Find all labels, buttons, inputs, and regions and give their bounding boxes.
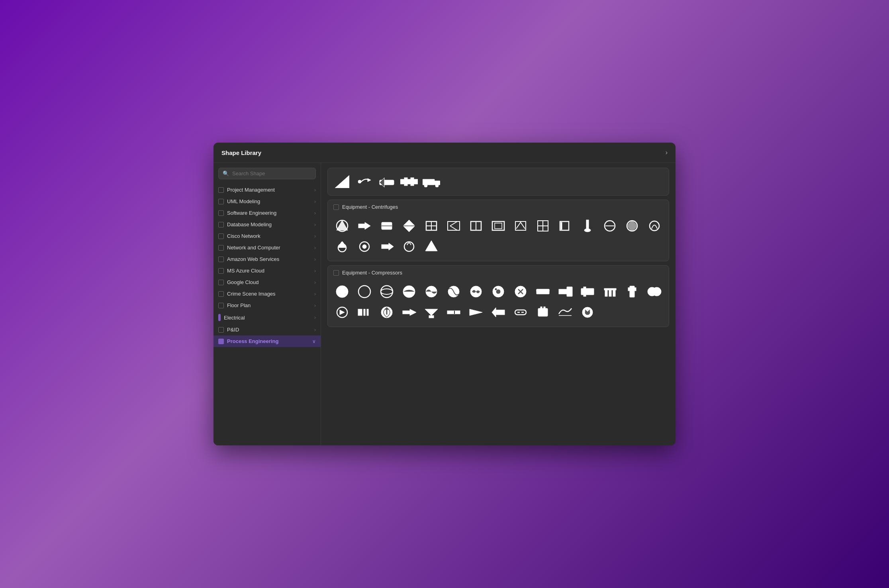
sidebar-checkbox[interactable]: [218, 199, 224, 204]
svg-rect-5: [400, 179, 418, 184]
sidebar-item-process-engineering[interactable]: Process Engineering∨: [213, 335, 321, 347]
shape-item[interactable]: [421, 237, 442, 256]
shape-item[interactable]: [399, 172, 419, 191]
sidebar-item-google-cloud[interactable]: Google Cloud›: [213, 276, 321, 288]
shape-item[interactable]: [466, 303, 486, 322]
compressors-checkbox[interactable]: [333, 270, 339, 276]
shape-item[interactable]: [555, 303, 576, 322]
shape-item[interactable]: [376, 282, 397, 301]
sidebar-checkbox[interactable]: [218, 245, 224, 251]
sidebar-item-crime-scene-images[interactable]: Crime Scene Images›: [213, 288, 321, 300]
shape-item[interactable]: [376, 237, 397, 256]
shape-item[interactable]: [577, 282, 598, 301]
centrifuges-header: Equipment - Centrifuges: [328, 200, 669, 214]
sidebar-checkbox[interactable]: [218, 280, 224, 285]
search-box[interactable]: 🔍: [218, 168, 316, 179]
shape-item[interactable]: [488, 303, 509, 322]
shape-item[interactable]: [421, 303, 442, 322]
shape-item[interactable]: [332, 237, 352, 256]
sidebar-checkbox[interactable]: [218, 327, 224, 333]
shape-item[interactable]: [354, 237, 375, 256]
svg-rect-66: [604, 288, 616, 290]
svg-rect-41: [382, 245, 389, 249]
shape-item[interactable]: [555, 282, 576, 301]
shape-item[interactable]: [466, 282, 486, 301]
shape-item[interactable]: [599, 216, 620, 235]
svg-point-48: [381, 289, 393, 294]
shape-item[interactable]: [599, 282, 620, 301]
svg-point-10: [424, 184, 427, 187]
sidebar-item-cisco-network[interactable]: Cisco Network›: [213, 230, 321, 242]
shape-item[interactable]: [332, 282, 352, 301]
shape-item[interactable]: [376, 303, 397, 322]
shape-item[interactable]: [421, 216, 442, 235]
shape-item[interactable]: [622, 282, 642, 301]
shape-item[interactable]: [399, 216, 419, 235]
sidebar-checkbox[interactable]: [218, 222, 224, 227]
shape-item[interactable]: [622, 216, 642, 235]
sidebar-checkbox[interactable]: [218, 339, 224, 344]
sidebar-chevron-icon: ›: [314, 233, 316, 239]
shape-item[interactable]: [533, 282, 553, 301]
sidebar-item-floor-plan[interactable]: Floor Plan›: [213, 300, 321, 311]
sidebar-checkbox[interactable]: [218, 233, 224, 239]
shape-item[interactable]: [644, 282, 665, 301]
shape-item[interactable]: [332, 303, 352, 322]
sidebar-checkbox[interactable]: [218, 210, 224, 216]
sidebar-item-electrical[interactable]: Electrical›: [213, 311, 321, 324]
sidebar-item-label: Amazon Web Services: [227, 256, 311, 262]
search-input[interactable]: [232, 171, 311, 176]
svg-point-55: [495, 288, 497, 290]
shape-item[interactable]: [421, 282, 442, 301]
sidebar-item-database-modeling[interactable]: Database Modeling›: [213, 219, 321, 230]
shape-item[interactable]: [354, 282, 375, 301]
shape-item[interactable]: [466, 216, 486, 235]
shape-item[interactable]: [376, 216, 397, 235]
shape-item[interactable]: [354, 303, 375, 322]
shape-item[interactable]: [443, 282, 464, 301]
centrifuges-checkbox[interactable]: [333, 204, 339, 210]
sidebar-checkbox[interactable]: [218, 268, 224, 274]
shape-item[interactable]: [510, 282, 531, 301]
svg-point-37: [650, 221, 659, 231]
sidebar-item-amazon-web-services[interactable]: Amazon Web Services›: [213, 253, 321, 265]
sidebar-item-label: P&ID: [227, 327, 311, 333]
shape-item[interactable]: [399, 237, 419, 256]
sidebar-checkbox[interactable]: [218, 257, 224, 262]
svg-marker-77: [410, 309, 416, 316]
shape-item[interactable]: [488, 216, 509, 235]
shape-item[interactable]: [644, 216, 665, 235]
svg-rect-6: [404, 178, 407, 186]
sidebar-item-uml-modeling[interactable]: UML Modeling›: [213, 196, 321, 207]
shape-item[interactable]: [421, 172, 442, 191]
sidebar-item-network-computer[interactable]: Network and Computer›: [213, 242, 321, 253]
shape-item[interactable]: [332, 216, 352, 235]
shape-item[interactable]: [510, 303, 531, 322]
shape-item[interactable]: [488, 282, 509, 301]
shape-item[interactable]: [577, 216, 598, 235]
shape-item[interactable]: [399, 282, 419, 301]
shape-item[interactable]: [533, 303, 553, 322]
svg-rect-68: [628, 288, 636, 291]
shape-item[interactable]: [376, 172, 397, 191]
sidebar-item-software-engineering[interactable]: Software Engineering›: [213, 207, 321, 219]
title-bar-chevron-icon[interactable]: ›: [666, 149, 668, 156]
svg-point-70: [652, 287, 661, 296]
top-shapes-row: [327, 168, 669, 196]
shape-item[interactable]: [443, 216, 464, 235]
sidebar-checkbox[interactable]: [218, 187, 224, 193]
shape-item[interactable]: [354, 216, 375, 235]
shape-item[interactable]: [577, 303, 598, 322]
shape-item[interactable]: [443, 303, 464, 322]
shape-item[interactable]: [510, 216, 531, 235]
shape-item[interactable]: [555, 216, 576, 235]
sidebar-item-ms-azure-cloud[interactable]: MS Azure Cloud›: [213, 265, 321, 276]
sidebar-checkbox[interactable]: [218, 291, 224, 297]
shape-item[interactable]: [533, 216, 553, 235]
sidebar-item-project-management[interactable]: Project Management›: [213, 184, 321, 196]
shape-item[interactable]: [354, 172, 375, 191]
shape-item[interactable]: [399, 303, 419, 322]
sidebar-checkbox[interactable]: [218, 303, 224, 308]
shape-item[interactable]: [332, 172, 352, 191]
sidebar-item-p-and-id[interactable]: P&ID›: [213, 324, 321, 335]
